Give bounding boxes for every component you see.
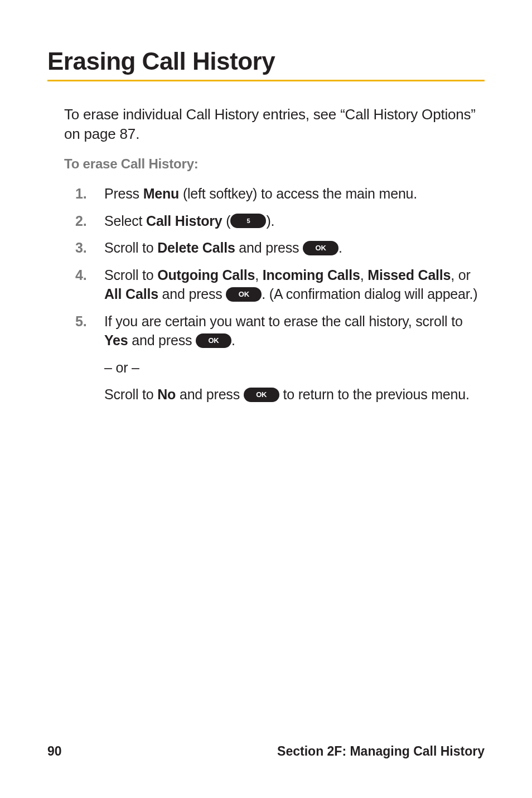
text: and press — [128, 332, 196, 348]
text: ( — [223, 213, 231, 229]
step-number: 3. — [75, 238, 86, 258]
text: and press — [158, 286, 226, 302]
step-1: 1. Press Menu (left softkey) to access t… — [64, 184, 485, 204]
steps-list: 1. Press Menu (left softkey) to access t… — [64, 184, 485, 404]
text: Select — [104, 213, 146, 229]
text: Scroll to — [104, 267, 157, 283]
step-4: 4. Scroll to Outgoing Calls, Incoming Ca… — [64, 265, 485, 304]
text: , or — [451, 267, 470, 283]
key-ok-icon: OK — [196, 333, 231, 348]
step-3: 3. Scroll to Delete Calls and press OK. — [64, 238, 485, 258]
incoming-calls-bold: Incoming Calls — [263, 267, 360, 283]
key-ok-icon: OK — [244, 388, 279, 402]
text: (left softkey) to access the main menu. — [179, 186, 417, 201]
text: to return to the previous menu. — [279, 386, 470, 402]
text: , — [255, 267, 263, 283]
menu-bold: Menu — [143, 186, 179, 201]
text: ). — [266, 213, 274, 229]
step-5: 5. If you are certain you want to erase … — [64, 312, 485, 404]
all-calls-bold: All Calls — [104, 286, 158, 302]
page-title: Erasing Call History — [47, 47, 485, 75]
step-number: 2. — [75, 211, 86, 231]
text: and press — [235, 240, 303, 255]
step-2: 2. Select Call History (5). — [64, 211, 485, 231]
key-ok-icon: OK — [226, 287, 262, 302]
page-footer: 90 Section 2F: Managing Call History — [47, 744, 485, 759]
call-history-bold: Call History — [146, 213, 223, 229]
key-ok-icon: OK — [303, 241, 338, 255]
text: . — [338, 240, 342, 255]
step-number: 4. — [75, 265, 86, 285]
section-label: Section 2F: Managing Call History — [277, 744, 485, 759]
no-bold: No — [157, 386, 176, 402]
text: Press — [104, 186, 143, 201]
step-number: 1. — [75, 184, 86, 204]
page-number: 90 — [47, 744, 62, 759]
text: , — [360, 267, 368, 283]
yellow-rule — [47, 80, 485, 81]
outgoing-calls-bold: Outgoing Calls — [157, 267, 255, 283]
text: Scroll to — [104, 240, 157, 255]
text: . (A confirmation dialog will appear.) — [262, 286, 477, 302]
text: . — [231, 332, 235, 348]
yes-bold: Yes — [104, 332, 128, 348]
subheading: To erase Call History: — [64, 156, 485, 172]
text: and press — [176, 386, 243, 402]
text: Scroll to — [104, 386, 157, 402]
delete-calls-bold: Delete Calls — [157, 240, 235, 255]
key-5-icon: 5 — [230, 214, 266, 228]
intro-paragraph: To erase individual Call History entries… — [64, 105, 485, 144]
or-text: – or – — [104, 358, 485, 378]
step-number: 5. — [75, 312, 86, 331]
missed-calls-bold: Missed Calls — [367, 267, 451, 283]
text: If you are certain you want to erase the… — [104, 313, 463, 329]
manual-page: Erasing Call History To erase individual… — [0, 0, 532, 798]
